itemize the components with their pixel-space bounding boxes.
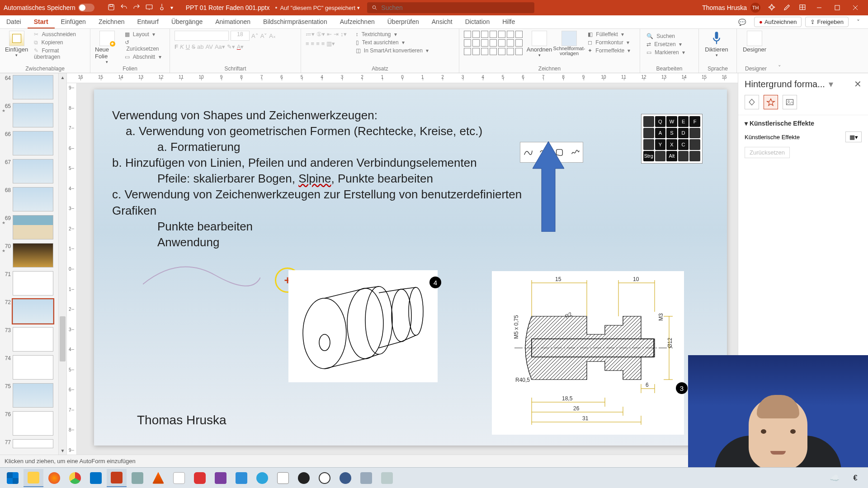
- ribbon-expand-icon[interactable]: ˅: [775, 29, 784, 73]
- slide-thumb-66[interactable]: 66: [0, 129, 66, 157]
- dictate-button[interactable]: Diktieren▾: [703, 31, 730, 57]
- drawn-spline[interactable]: [143, 259, 260, 286]
- slide-canvas-area[interactable]: Verwendung von Shapes und Zeichenwerkzeu…: [77, 83, 738, 455]
- maximize-button[interactable]: [828, 0, 846, 15]
- scroll-handle[interactable]: [60, 316, 66, 361]
- tab-record[interactable]: Aufzeichnen: [334, 15, 381, 28]
- reset-button[interactable]: ↺ Zurücksetzen: [123, 39, 165, 52]
- start-button[interactable]: [3, 469, 23, 487]
- comments-icon[interactable]: 💬: [734, 16, 750, 28]
- undo-icon[interactable]: [120, 3, 128, 13]
- window-layout-icon[interactable]: [798, 3, 807, 13]
- collapse-ribbon-icon[interactable]: ˅: [852, 16, 864, 28]
- save-icon[interactable]: [107, 3, 115, 13]
- app-taskbar-icon-7[interactable]: [356, 469, 376, 487]
- tab-home[interactable]: Start: [28, 15, 55, 28]
- chrome-taskbar-icon[interactable]: [65, 469, 85, 487]
- obs-taskbar-icon[interactable]: [294, 469, 314, 487]
- redo-icon[interactable]: [132, 3, 141, 13]
- slide-thumb-72[interactable]: 72: [0, 297, 66, 325]
- tab-file[interactable]: Datei: [0, 15, 28, 28]
- pen-icon[interactable]: [783, 3, 791, 13]
- slide-thumb-64[interactable]: 64: [0, 73, 66, 101]
- new-slide-button[interactable]: ★ Neue Folie ▾: [95, 31, 119, 64]
- slideshow-start-icon[interactable]: [145, 3, 153, 13]
- app-taskbar-icon-3[interactable]: [190, 469, 210, 487]
- paste-button[interactable]: Einfügen ▾: [5, 31, 28, 57]
- thumbs-scrollbar[interactable]: ▲ ▼: [58, 73, 66, 455]
- slide-thumb-65[interactable]: 65★: [0, 101, 66, 129]
- horizontal-ruler[interactable]: 1615141312111098765432101234567891011121…: [67, 73, 738, 83]
- technical-drawing-3d[interactable]: 4: [288, 270, 438, 382]
- tab-draw[interactable]: Zeichnen: [92, 15, 131, 28]
- app-taskbar-icon-2[interactable]: [169, 469, 189, 487]
- picture-tab-icon[interactable]: [783, 95, 797, 109]
- app-taskbar-icon-6[interactable]: [335, 469, 355, 487]
- slide-thumb-77[interactable]: 77: [0, 437, 66, 450]
- touch-mode-icon[interactable]: [158, 3, 166, 13]
- section-button[interactable]: ▭ Abschnitt ▾: [123, 53, 165, 61]
- tab-help[interactable]: Hilfe: [496, 15, 521, 28]
- pane-close-icon[interactable]: ✕: [854, 79, 862, 89]
- search-input[interactable]: [381, 4, 530, 11]
- qat-more-icon[interactable]: ▾: [170, 5, 173, 11]
- tab-review[interactable]: Überprüfen: [381, 15, 425, 28]
- weather-tray-icon[interactable]: ☁️: [825, 469, 844, 487]
- artistic-effects-section[interactable]: ▾ Künstlerische Effekte: [745, 120, 862, 127]
- app-taskbar-icon-4[interactable]: [273, 469, 293, 487]
- replace-button[interactable]: ⇄ Ersetzen ▾: [645, 41, 694, 48]
- vscode-taskbar-icon[interactable]: [231, 469, 251, 487]
- shape-outline-button[interactable]: ◻ Formkontur ▾: [586, 39, 632, 46]
- autosave-switch[interactable]: [78, 4, 94, 12]
- arrow-shape[interactable]: [533, 141, 564, 232]
- app-taskbar-icon-1[interactable]: [127, 469, 147, 487]
- tab-slideshow[interactable]: Bildschirmpräsentation: [257, 15, 334, 28]
- vertical-ruler[interactable]: 9876543210123456789: [67, 83, 77, 455]
- technical-drawing-2d[interactable]: 15 10 M5 x 0,75 M3 Ø12: [492, 271, 684, 435]
- firefox-taskbar-icon[interactable]: [44, 469, 64, 487]
- slide-thumb-68[interactable]: 68: [0, 185, 66, 213]
- account-button[interactable]: Thomas Hruska TH: [702, 3, 760, 13]
- arrange-button[interactable]: Anordnen▾: [526, 31, 552, 57]
- telegram-taskbar-icon[interactable]: [252, 469, 272, 487]
- slide-text-content[interactable]: Verwendung von Shapes und Zeichenwerkzeu…: [112, 108, 546, 250]
- slide-thumb-67[interactable]: 67: [0, 157, 66, 185]
- shapes-gallery[interactable]: [464, 31, 523, 55]
- slide-thumb-70[interactable]: 70★: [0, 241, 66, 269]
- tab-insert[interactable]: Einfügen: [55, 15, 92, 28]
- slide-thumb-74[interactable]: 74: [0, 353, 66, 381]
- slide-author[interactable]: Thomas Hruska: [137, 413, 226, 427]
- quick-styles-button[interactable]: Schnellformat-vorlagen: [556, 31, 582, 56]
- shape-effects-button[interactable]: ✦ Formeffekte ▾: [586, 47, 632, 54]
- tab-view[interactable]: Ansicht: [425, 15, 459, 28]
- outlook-taskbar-icon[interactable]: [86, 469, 106, 487]
- find-button[interactable]: 🔍 Suchen: [645, 33, 694, 40]
- powerpoint-taskbar-icon[interactable]: [107, 469, 127, 487]
- slide-thumb-75[interactable]: 75: [0, 381, 66, 409]
- scroll-up-icon[interactable]: ▲: [59, 73, 66, 81]
- layout-button[interactable]: ▦ Layout ▾: [123, 31, 165, 38]
- slide-thumb-71[interactable]: 71: [0, 269, 66, 297]
- select-button[interactable]: ▭ Markieren ▾: [645, 49, 694, 56]
- fill-tab-icon[interactable]: [745, 95, 759, 109]
- save-location[interactable]: Auf "diesem PC" gespeichert: [280, 5, 355, 11]
- slide-thumb-73[interactable]: 73: [0, 325, 66, 353]
- scroll-track[interactable]: [59, 81, 66, 446]
- record-button[interactable]: ●Aufzeichnen: [754, 17, 802, 27]
- tab-animations[interactable]: Animationen: [209, 15, 257, 28]
- explorer-taskbar-icon[interactable]: [24, 469, 43, 487]
- search-box[interactable]: [367, 2, 534, 13]
- slide-thumb-69[interactable]: 69★: [0, 213, 66, 241]
- doc-dropdown-icon[interactable]: ▾: [357, 5, 360, 11]
- effects-tab-icon[interactable]: [764, 95, 778, 109]
- close-button[interactable]: [846, 0, 864, 15]
- designer-button[interactable]: Designer: [741, 31, 768, 53]
- scroll-down-icon[interactable]: ▼: [59, 446, 66, 455]
- tab-design[interactable]: Entwurf: [131, 15, 165, 28]
- slide[interactable]: Verwendung von Shapes und Zeichenwerkzeu…: [94, 89, 727, 446]
- tab-transitions[interactable]: Übergänge: [165, 15, 209, 28]
- app-taskbar-icon-5[interactable]: [315, 469, 335, 487]
- autosave-toggle[interactable]: Automatisches Speichern: [4, 4, 94, 12]
- artistic-effects-picker[interactable]: ▦▾: [845, 131, 862, 142]
- vlc-taskbar-icon[interactable]: [148, 469, 168, 487]
